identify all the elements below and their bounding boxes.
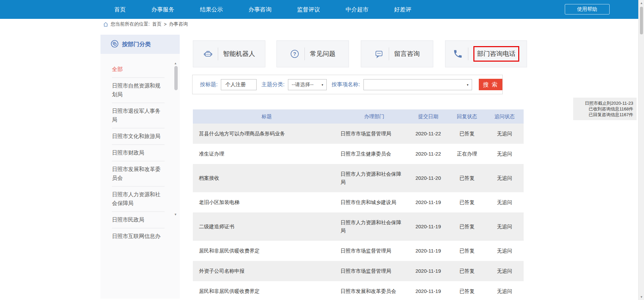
search-button[interactable]: 搜 索 xyxy=(479,79,502,90)
nav-item[interactable]: 结果公示 xyxy=(200,6,223,13)
stats-line: 日照市截止到2020-11-23 xyxy=(577,100,633,106)
row-title-link[interactable]: 老旧小区加装电梯 xyxy=(193,192,341,212)
scroll-up-icon[interactable]: ▲ xyxy=(640,1,643,5)
row-title-link[interactable]: 外资子公司名称申报 xyxy=(193,261,341,281)
help-button[interactable]: 使用帮助 xyxy=(565,4,610,14)
sidebar-header: 按部门分类 xyxy=(100,35,180,54)
table-row: 准生证办理 日照市卫生健康委员会 2020-11-22 正在办理 无追问 xyxy=(193,144,524,164)
row-followup-status: 无追问 xyxy=(486,241,524,261)
row-reply-status: 已答复 xyxy=(448,261,486,281)
department-list-item[interactable]: 日照市文化和旅游局 xyxy=(112,128,165,145)
row-title-link[interactable]: 居民和非居民供暖收费界定 xyxy=(193,241,341,261)
row-department: 日照市市场监督管理局 xyxy=(341,241,408,261)
table-header-row: 标题 办理部门 提交日期 回复状态 追问状态 xyxy=(193,109,524,124)
row-title-link[interactable]: 准生证办理 xyxy=(193,144,341,164)
row-submit-date: 2020-11-19 xyxy=(408,261,448,281)
nav-item[interactable]: 好差评 xyxy=(394,6,411,13)
search-title-input[interactable] xyxy=(221,79,257,90)
category-select[interactable]: --请选择-- ▼ xyxy=(288,79,327,90)
question-icon: ? xyxy=(290,49,299,59)
row-title-link[interactable]: 二级建造师证书 xyxy=(193,212,341,241)
department-sidebar: 按部门分类 全部 日照市自然资源和规划局 日照市退役军人事务局 日照市文化和旅游… xyxy=(100,35,180,299)
department-list-item[interactable]: 日照市发展和改革委员会 xyxy=(112,161,165,187)
row-department: 日照市人力资源和社会保障局 xyxy=(341,212,408,241)
table-header-cell: 提交日期 xyxy=(408,109,448,124)
row-submit-date: 2020-11-19 xyxy=(408,281,448,300)
row-reply-status: 已答复 xyxy=(448,241,486,261)
svg-text:?: ? xyxy=(293,51,296,57)
sidebar-scroll-down-icon[interactable]: ▼ xyxy=(174,213,177,216)
nav-item[interactable]: 中介超市 xyxy=(346,6,369,13)
row-followup-status: 无追问 xyxy=(486,164,524,192)
department-list: 全部 日照市自然资源和规划局 日照市退役军人事务局 日照市文化和旅游局 日照市财… xyxy=(100,54,180,244)
row-followup-status: 无追问 xyxy=(486,281,524,300)
row-department: 日照市卫生健康委员会 xyxy=(341,144,408,164)
table-row: 居民和非居民供暖收费界定 日照市发展和改革委员会 2020-11-19 已答复 … xyxy=(193,281,524,300)
item-name-select[interactable]: ▼ xyxy=(363,79,472,90)
department-list-item[interactable]: 日照市民政局 xyxy=(112,212,165,228)
row-submit-date: 2020-11-20 xyxy=(408,164,448,192)
row-department: 日照市人力资源和社会保障局 xyxy=(341,164,408,192)
breadcrumb: 您当前所在的位置: 首页 > 办事咨询 xyxy=(103,21,188,28)
row-submit-date: 2020-11-19 xyxy=(408,241,448,261)
row-followup-status: 无追问 xyxy=(486,124,524,144)
tab-divider xyxy=(218,47,218,60)
tab-smart-robot-label: 智能机器人 xyxy=(223,49,255,58)
page-scrollbar-thumb[interactable] xyxy=(640,7,643,34)
row-submit-date: 2020-11-22 xyxy=(408,124,448,144)
message-icon xyxy=(374,49,384,59)
tab-divider xyxy=(468,47,468,60)
department-list-item[interactable]: 日照市人力资源和社会保障局 xyxy=(112,187,165,212)
nav-item[interactable]: 办事咨询 xyxy=(248,6,271,13)
row-followup-status: 无追问 xyxy=(486,212,524,241)
department-list-item[interactable]: 全部 xyxy=(112,61,165,78)
scroll-down-icon[interactable]: ▼ xyxy=(640,295,643,299)
department-list-item[interactable]: 日照市自然资源和规划局 xyxy=(112,78,165,103)
table-body: 莒县什么地方可以办理商品条形码业务 日照市市场监督管理局 2020-11-22 … xyxy=(193,124,524,300)
sidebar-scrollbar-thumb[interactable] xyxy=(174,66,178,90)
row-reply-status: 已答复 xyxy=(448,192,486,212)
department-list-item[interactable]: 日照市退役军人事务局 xyxy=(112,103,165,128)
row-reply-status: 正在办理 xyxy=(448,144,486,164)
row-title-link[interactable]: 居民和非居民供暖收费界定 xyxy=(193,281,341,300)
search-category-label: 主题分类: xyxy=(261,81,284,88)
nav-item[interactable]: 监督评议 xyxy=(297,6,320,13)
row-reply-status: 已答复 xyxy=(448,212,486,241)
stats-line: 已回复咨询信息1167件 xyxy=(577,112,633,118)
row-title-link[interactable]: 档案接收 xyxy=(193,164,341,192)
sidebar-scroll-up-icon[interactable]: ▲ xyxy=(174,62,177,65)
tab-smart-robot[interactable]: 智能机器人 xyxy=(193,40,265,67)
table-row: 外资子公司名称申报 日照市市场监督管理局 2020-11-19 已答复 无追问 xyxy=(193,261,524,281)
consultation-stats-box: 日照市截止到2020-11-23 已收到咨询信息1168件 已回复咨询信息116… xyxy=(573,98,637,120)
tab-divider xyxy=(389,47,389,60)
department-list-item[interactable]: 日照市互联网信息办 xyxy=(112,228,165,244)
row-followup-status: 无追问 xyxy=(486,261,524,281)
search-title-label: 按标题: xyxy=(200,81,217,88)
tab-message-consult[interactable]: 留言咨询 xyxy=(361,40,433,67)
category-select-value: --请选择-- xyxy=(292,81,314,88)
row-submit-date: 2020-11-19 xyxy=(408,212,448,241)
select-caret-icon: ▼ xyxy=(321,84,324,87)
tab-department-phone-label-highlighted: 部门咨询电话 xyxy=(473,46,519,62)
consultation-table: 标题 办理部门 提交日期 回复状态 追问状态 莒县什么地方可以办理商品条形码业务… xyxy=(193,109,524,300)
breadcrumb-separator: > xyxy=(164,22,167,27)
stats-line: 已收到咨询信息1168件 xyxy=(577,106,633,112)
page-scrollbar[interactable]: ▲ ▼ xyxy=(638,0,644,300)
breadcrumb-prefix: 您当前所在的位置: xyxy=(111,21,150,27)
row-followup-status: 无追问 xyxy=(486,144,524,164)
category-icon xyxy=(111,40,119,49)
row-department: 日照市市场监督管理局 xyxy=(341,124,408,144)
row-title-link[interactable]: 莒县什么地方可以办理商品条形码业务 xyxy=(193,124,341,144)
department-list-item[interactable]: 日照市财政局 xyxy=(112,145,165,161)
nav-item[interactable]: 首页 xyxy=(114,6,126,13)
row-submit-date: 2020-11-19 xyxy=(408,192,448,212)
breadcrumb-home-link[interactable]: 首页 xyxy=(152,21,162,27)
nav-item[interactable]: 办事服务 xyxy=(151,6,174,13)
phone-icon xyxy=(453,49,463,59)
tab-faq[interactable]: ? 常见问题 xyxy=(276,40,349,67)
row-submit-date: 2020-11-22 xyxy=(408,144,448,164)
table-header-cell: 办理部门 xyxy=(341,109,408,124)
breadcrumb-current[interactable]: 办事咨询 xyxy=(169,21,188,27)
row-department: 日照市发展和改革委员会 xyxy=(341,281,408,300)
tab-department-phone[interactable]: 部门咨询电话 xyxy=(445,40,527,67)
